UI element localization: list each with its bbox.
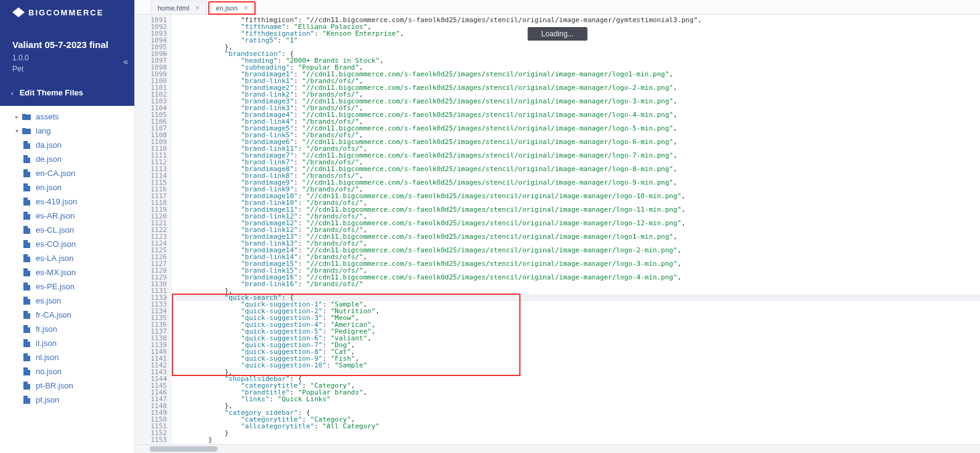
- file-label: pt-BR.json: [36, 381, 73, 390]
- folder-assets[interactable]: ▸assets: [0, 110, 134, 124]
- file-icon: [22, 241, 31, 248]
- file-icon: [22, 311, 31, 319]
- file-label: no.json: [36, 367, 62, 376]
- chevron-right-icon: ▸: [12, 113, 21, 120]
- file-es-MX-json[interactable]: es-MX.json: [0, 265, 134, 279]
- file-es-json[interactable]: es.json: [0, 294, 134, 308]
- file-label: de.json: [36, 154, 62, 164]
- file-de-json[interactable]: de.json: [0, 152, 134, 166]
- file-icon: [22, 382, 31, 390]
- file-icon: [22, 142, 31, 149]
- close-tab-icon[interactable]: ×: [195, 4, 200, 12]
- file-es-PE-json[interactable]: es-PE.json: [0, 279, 134, 294]
- file-fr-json[interactable]: fr.json: [0, 322, 134, 336]
- file-es-CL-json[interactable]: es-CL.json: [0, 223, 134, 237]
- project-version: 1.0.0: [12, 54, 122, 62]
- file-es-LA-json[interactable]: es-LA.json: [0, 251, 134, 265]
- file-label: it.json: [36, 339, 57, 348]
- file-label: es-LA.json: [36, 254, 73, 263]
- file-en-json[interactable]: en.json: [0, 180, 134, 194]
- file-label: es-MX.json: [36, 268, 76, 277]
- line-number-gutter: 1091109210931094109510961097109810991100…: [135, 15, 172, 444]
- collapse-sidebar-button[interactable]: «: [123, 57, 128, 66]
- file-label: es-CL.json: [36, 225, 74, 235]
- project-title: Valiant 05-7-2023 final: [12, 39, 122, 50]
- file-icon: [22, 170, 31, 177]
- file-label: es.json: [36, 296, 61, 305]
- file-icon: [22, 198, 31, 206]
- file-icon: [22, 297, 31, 305]
- logo-text: BIGCOMMERCE: [28, 8, 103, 17]
- file-icon: [22, 226, 31, 234]
- scrollbar-thumb[interactable]: [150, 446, 217, 452]
- code-line[interactable]: "rating5": "1": [176, 37, 980, 44]
- nav-label: Edit Theme Files: [20, 88, 83, 97]
- file-label: en-CA.json: [36, 169, 75, 178]
- folder-label: lang: [36, 126, 51, 135]
- file-label: pt.json: [36, 395, 59, 404]
- project-type: Pet: [12, 65, 122, 73]
- file-tree: ▸assets▾langda.jsonde.jsonen-CA.jsonen.j…: [0, 106, 134, 453]
- file-label: nl.json: [36, 353, 59, 362]
- horizontal-scrollbar[interactable]: [135, 444, 980, 453]
- file-icon: [22, 283, 31, 291]
- file-label: fr.json: [36, 324, 57, 334]
- file-it-json[interactable]: it.json: [0, 336, 134, 350]
- file-label: fr-CA.json: [36, 310, 71, 319]
- tab-home-html[interactable]: home.html×: [151, 1, 206, 14]
- tab-label: en.json: [216, 4, 237, 12]
- file-label: es-419.json: [36, 197, 77, 206]
- folder-lang[interactable]: ▾lang: [0, 124, 134, 138]
- folder-icon: [22, 127, 31, 135]
- code-line[interactable]: }: [176, 430, 980, 436]
- file-pt-json[interactable]: pt.json: [0, 393, 134, 407]
- brand-logo: BIGCOMMERCE: [0, 0, 134, 25]
- file-icon: [22, 326, 31, 333]
- file-nl-json[interactable]: nl.json: [0, 350, 134, 364]
- file-es-419-json[interactable]: es-419.json: [0, 194, 134, 209]
- folder-label: assets: [36, 112, 59, 121]
- file-no-json[interactable]: no.json: [0, 364, 134, 379]
- file-label: es-CO.json: [36, 239, 76, 249]
- file-es-CO-json[interactable]: es-CO.json: [0, 237, 134, 251]
- close-tab-icon[interactable]: ×: [244, 4, 248, 12]
- logo-icon: [12, 7, 25, 17]
- file-label: es-PE.json: [36, 282, 75, 291]
- file-icon: [22, 396, 31, 404]
- file-icon: [22, 255, 31, 262]
- file-label: es-AR.json: [36, 211, 75, 220]
- code-line[interactable]: "links": "Quick Links": [176, 396, 980, 403]
- file-icon: [22, 184, 31, 191]
- file-da-json[interactable]: da.json: [0, 138, 134, 152]
- file-pt-BR-json[interactable]: pt-BR.json: [0, 379, 134, 393]
- file-label: da.json: [36, 140, 62, 150]
- code-line[interactable]: }: [176, 436, 980, 443]
- file-icon: [22, 368, 31, 375]
- file-es-AR-json[interactable]: es-AR.json: [0, 209, 134, 223]
- code-line[interactable]: "brand-link16": "/brands/ofs/": [176, 281, 980, 287]
- chevron-down-icon: ▾: [12, 127, 21, 134]
- file-en-CA-json[interactable]: en-CA.json: [0, 166, 134, 180]
- folder-icon: [22, 113, 31, 121]
- file-label: en.json: [36, 183, 62, 192]
- file-icon: [22, 156, 31, 163]
- code-line[interactable]: },: [176, 44, 980, 50]
- code-line[interactable]: "quick-suggestion-10": "Sample": [176, 362, 980, 369]
- chevron-left-icon: ‹: [11, 89, 14, 97]
- nav-edit-theme-files[interactable]: ‹ Edit Theme Files: [0, 79, 134, 106]
- tab-bar: home.html×en.json×: [135, 0, 980, 15]
- file-icon: [22, 212, 31, 220]
- code-editor[interactable]: 1091109210931094109510961097109810991100…: [135, 15, 980, 444]
- code-area[interactable]: "fifthimgicon": "//cdn11.bigcommerce.com…: [172, 15, 980, 444]
- file-icon: [22, 269, 31, 276]
- code-line[interactable]: },: [176, 287, 980, 294]
- code-line[interactable]: "allcategorytitle": "All Category": [176, 423, 980, 430]
- file-icon: [22, 354, 31, 361]
- file-icon: [22, 340, 31, 347]
- tab-en-json[interactable]: en.json×: [208, 1, 256, 15]
- file-fr-CA-json[interactable]: fr-CA.json: [0, 308, 134, 322]
- tab-label: home.html: [158, 4, 189, 12]
